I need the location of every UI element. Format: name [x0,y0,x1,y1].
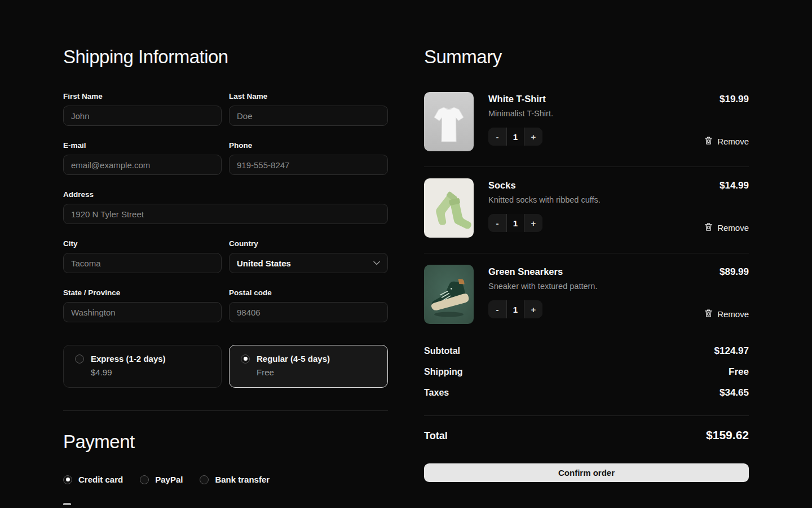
taxes-row: Taxes $34.65 [424,387,749,398]
country-field-group: Country United States [229,239,388,273]
address-label: Address [63,190,388,199]
shipping-options: Express (1-2 days) $4.99 Regular (4-5 da… [63,345,388,388]
remove-label: Remove [717,223,749,233]
taxes-label: Taxes [424,388,449,398]
email-input[interactable] [63,155,222,175]
product-image-green-snearkers [424,265,474,324]
shipping-cost-value: Free [729,366,749,378]
item-right-column: $14.99 Remove [704,178,749,238]
quantity-decrease-button[interactable]: - [488,214,506,232]
quantity-stepper: - 1 + [488,300,542,318]
payment-method-bank-transfer[interactable]: Bank transfer [200,475,270,484]
state-field-group: State / Province [63,288,222,322]
address-field-group: Address [63,190,388,224]
address-input[interactable] [63,204,388,224]
last-name-label: Last Name [229,92,388,100]
summary-section: Summary White T-Shirt Minimalist T-Shirt… [424,47,749,482]
cart-item-socks: Socks Knitted socks with ribbed cuffs. -… [424,167,749,238]
phone-field-group: Phone [229,141,388,175]
remove-item-button[interactable]: Remove [704,136,749,147]
quantity-value: 1 [506,128,524,146]
quantity-increase-button[interactable]: + [524,214,542,232]
regular-price: Free [257,367,376,377]
item-price: $14.99 [720,180,749,191]
express-label: Express (1-2 days) [91,354,166,364]
country-select-value: United States [237,259,291,268]
quantity-decrease-button[interactable]: - [488,300,506,318]
remove-item-button[interactable]: Remove [704,309,749,319]
paypal-label: PayPal [155,475,183,484]
trash-icon [704,309,713,319]
phone-input[interactable] [229,155,388,175]
trash-icon [704,222,713,233]
first-name-label: First Name [63,92,222,100]
section-divider [63,410,388,411]
shipping-cost-label: Shipping [424,367,462,377]
taxes-value: $34.65 [720,387,749,398]
city-label: City [63,239,222,248]
shipping-form: First Name Last Name E-mail Phone Addres… [63,92,388,322]
postal-field-group: Postal code [229,288,388,322]
order-totals: Subtotal $124.97 Shipping Free Taxes $34… [424,345,749,442]
express-radio[interactable] [75,354,84,364]
chevron-down-icon [373,261,380,265]
item-info: Socks Knitted socks with ribbed cuffs. -… [474,178,704,238]
quantity-increase-button[interactable]: + [524,300,542,318]
product-image-white-t-shirt [424,92,474,151]
first-name-field-group: First Name [63,92,222,126]
clipped-content-below-fold [63,503,71,505]
remove-label: Remove [717,309,749,319]
payment-title: Payment [63,432,388,451]
shipping-option-regular[interactable]: Regular (4-5 days) Free [229,345,388,388]
regular-radio[interactable] [241,354,250,364]
payment-methods: Credit card PayPal Bank transfer [63,475,388,484]
item-price: $89.99 [720,266,749,278]
item-description: Minimalist T-Shirt. [488,109,704,118]
payment-method-credit-card[interactable]: Credit card [63,475,123,484]
last-name-input[interactable] [229,106,388,126]
trash-icon [704,136,713,147]
remove-item-button[interactable]: Remove [704,222,749,233]
item-info: White T-Shirt Minimalist T-Shirt. - 1 + [474,92,704,151]
credit-card-radio[interactable] [63,475,72,484]
total-label: Total [424,430,448,442]
product-image-socks [424,178,474,238]
email-field-group: E-mail [63,141,222,175]
totals-divider [424,415,749,416]
confirm-order-button[interactable]: Confirm order [424,463,749,482]
quantity-stepper: - 1 + [488,214,542,232]
payment-method-paypal[interactable]: PayPal [140,475,183,484]
quantity-stepper: - 1 + [488,128,542,146]
item-price: $19.99 [720,94,749,105]
cart-item-white-t-shirt: White T-Shirt Minimalist T-Shirt. - 1 + … [424,92,749,151]
credit-card-label: Credit card [78,475,123,484]
paypal-radio[interactable] [140,475,149,484]
quantity-decrease-button[interactable]: - [488,128,506,146]
email-label: E-mail [63,141,222,150]
city-field-group: City [63,239,222,273]
subtotal-row: Subtotal $124.97 [424,345,749,357]
item-name: Socks [488,180,704,191]
item-info: Green Snearkers Sneaker with textured pa… [474,265,704,324]
shipping-option-express[interactable]: Express (1-2 days) $4.99 [63,345,222,388]
first-name-input[interactable] [63,106,222,126]
shipping-title: Shipping Information [63,47,388,66]
state-input[interactable] [63,302,222,322]
quantity-increase-button[interactable]: + [524,128,542,146]
total-row: Total $159.62 [424,428,749,442]
remove-label: Remove [717,137,749,146]
item-right-column: $19.99 Remove [704,92,749,151]
total-value: $159.62 [706,428,749,442]
postal-code-label: Postal code [229,288,388,297]
city-input[interactable] [63,253,222,273]
subtotal-label: Subtotal [424,346,460,356]
country-select[interactable]: United States [229,253,388,273]
bank-transfer-radio[interactable] [200,475,209,484]
item-right-column: $89.99 Remove [704,265,749,324]
item-name: White T-Shirt [488,94,704,104]
postal-code-input[interactable] [229,302,388,322]
cart-item-green-snearkers: Green Snearkers Sneaker with textured pa… [424,253,749,324]
shipping-row: Shipping Free [424,366,749,378]
regular-label: Regular (4-5 days) [257,354,330,364]
quantity-value: 1 [506,300,524,318]
